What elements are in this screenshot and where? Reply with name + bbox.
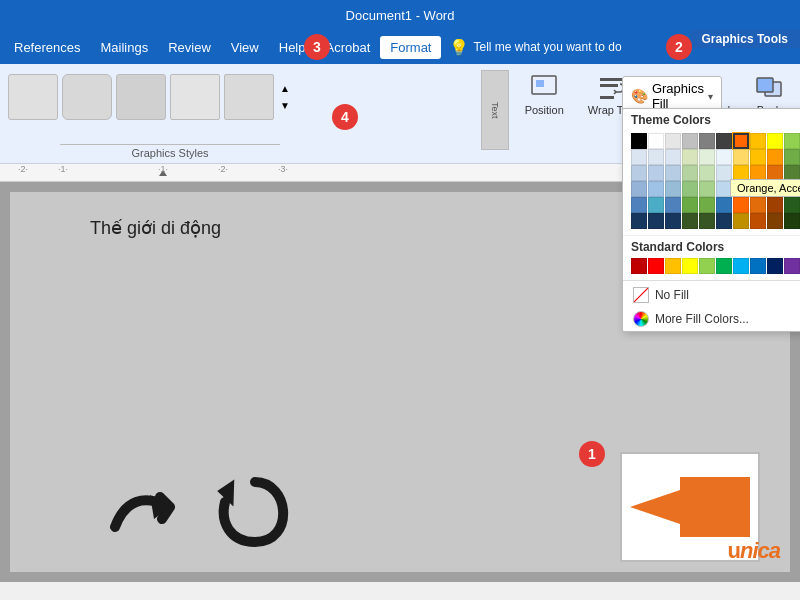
color-cell-3-3[interactable] — [682, 181, 698, 197]
theme-color-rows — [631, 133, 800, 229]
color-cell-0-2[interactable] — [665, 133, 681, 149]
color-cell-2-1[interactable] — [648, 165, 664, 181]
no-fill-option[interactable]: No Fill — [623, 283, 800, 307]
color-cell-4-0[interactable] — [631, 197, 647, 213]
svg-marker-13 — [630, 477, 750, 537]
color-cell-0-1[interactable] — [648, 133, 664, 149]
color-cell-3-9[interactable] — [784, 181, 800, 197]
color-cell-0-9[interactable] — [784, 133, 800, 149]
color-cell-1-3[interactable] — [682, 149, 698, 165]
svg-rect-3 — [600, 84, 618, 87]
scroll-up[interactable]: ▲ — [278, 81, 292, 96]
color-cell-0-8[interactable] — [767, 133, 783, 149]
style-box-2[interactable] — [62, 74, 112, 120]
color-cell-0-4[interactable] — [699, 133, 715, 149]
position-button[interactable]: Position — [517, 70, 572, 120]
color-cell-4-9[interactable] — [784, 197, 800, 213]
more-fill-colors-option[interactable]: More Fill Colors... — [623, 307, 800, 331]
color-cell-2-3[interactable] — [682, 165, 698, 181]
color-cell-2-5[interactable] — [716, 165, 732, 181]
color-cell-5-6[interactable] — [733, 213, 749, 229]
lightbulb-icon[interactable]: 💡 — [449, 38, 469, 57]
color-cell-0-6[interactable] — [733, 133, 749, 149]
color-cell-2-9[interactable] — [784, 165, 800, 181]
color-cell-4-1[interactable] — [648, 197, 664, 213]
standard-colors-row — [623, 256, 800, 278]
style-box-5[interactable] — [224, 74, 274, 120]
std-color-cell-9[interactable] — [784, 258, 800, 274]
color-cell-1-5[interactable] — [716, 149, 732, 165]
color-cell-5-7[interactable] — [750, 213, 766, 229]
style-box-3[interactable] — [116, 74, 166, 120]
color-cell-3-1[interactable] — [648, 181, 664, 197]
scroll-buttons: ▲ ▼ — [278, 81, 292, 113]
color-cell-5-3[interactable] — [682, 213, 698, 229]
color-cell-4-3[interactable] — [682, 197, 698, 213]
std-color-cell-5[interactable] — [716, 258, 732, 274]
color-cell-2-4[interactable] — [699, 165, 715, 181]
color-cell-1-4[interactable] — [699, 149, 715, 165]
color-cell-4-4[interactable] — [699, 197, 715, 213]
tab-format[interactable]: Format — [380, 36, 441, 59]
color-cell-0-0[interactable] — [631, 133, 647, 149]
black-arrow-cycle — [210, 472, 300, 552]
style-box-4[interactable] — [170, 74, 220, 120]
std-color-cell-7[interactable] — [750, 258, 766, 274]
color-cell-4-5[interactable] — [716, 197, 732, 213]
color-cell-2-7[interactable] — [750, 165, 766, 181]
color-cell-1-7[interactable] — [750, 149, 766, 165]
color-cell-2-8[interactable] — [767, 165, 783, 181]
color-cell-4-2[interactable] — [665, 197, 681, 213]
color-cell-2-2[interactable] — [665, 165, 681, 181]
std-color-cell-1[interactable] — [648, 258, 664, 274]
color-cell-5-9[interactable] — [784, 213, 800, 229]
color-cell-0-3[interactable] — [682, 133, 698, 149]
std-color-cell-0[interactable] — [631, 258, 647, 274]
color-cell-3-2[interactable] — [665, 181, 681, 197]
color-cell-2-6[interactable] — [733, 165, 749, 181]
std-color-cell-6[interactable] — [733, 258, 749, 274]
color-cell-5-4[interactable] — [699, 213, 715, 229]
color-cell-1-8[interactable] — [767, 149, 783, 165]
color-cell-3-6[interactable] — [733, 181, 749, 197]
color-cell-4-8[interactable] — [767, 197, 783, 213]
tab-references[interactable]: References — [4, 36, 90, 59]
theme-color-row-4 — [631, 197, 800, 213]
color-cell-5-0[interactable] — [631, 213, 647, 229]
style-box-1[interactable] — [8, 74, 58, 120]
tab-mailings[interactable]: Mailings — [90, 36, 158, 59]
color-cell-5-2[interactable] — [665, 213, 681, 229]
color-cell-3-0[interactable] — [631, 181, 647, 197]
color-cell-3-4[interactable] — [699, 181, 715, 197]
color-cell-5-8[interactable] — [767, 213, 783, 229]
color-cell-3-8[interactable] — [767, 181, 783, 197]
color-cell-0-5[interactable] — [716, 133, 732, 149]
std-color-cell-8[interactable] — [767, 258, 783, 274]
tell-me-text[interactable]: Tell me what you want to do — [473, 40, 621, 54]
color-cell-1-9[interactable] — [784, 149, 800, 165]
std-color-cell-4[interactable] — [699, 258, 715, 274]
color-cell-1-1[interactable] — [648, 149, 664, 165]
tab-review[interactable]: Review — [158, 36, 221, 59]
theme-color-row-0 — [631, 133, 800, 149]
color-cell-3-7[interactable] — [750, 181, 766, 197]
color-cell-4-6[interactable] — [733, 197, 749, 213]
std-color-cell-2[interactable] — [665, 258, 681, 274]
std-color-cell-3[interactable] — [682, 258, 698, 274]
color-cell-2-0[interactable] — [631, 165, 647, 181]
scroll-down[interactable]: ▼ — [278, 98, 292, 113]
color-cell-1-6[interactable] — [733, 149, 749, 165]
color-cell-4-7[interactable] — [750, 197, 766, 213]
color-cell-1-0[interactable] — [631, 149, 647, 165]
color-cell-0-7[interactable] — [750, 133, 766, 149]
theme-color-row-2 — [631, 165, 800, 181]
color-cell-1-2[interactable] — [665, 149, 681, 165]
tab-view[interactable]: View — [221, 36, 269, 59]
color-cell-5-5[interactable] — [716, 213, 732, 229]
position-icon — [529, 74, 559, 102]
color-cell-3-5[interactable] — [716, 181, 732, 197]
color-cell-5-1[interactable] — [648, 213, 664, 229]
step-4-badge: 4 — [332, 104, 358, 130]
svg-rect-1 — [536, 80, 544, 87]
theme-colors-label: Theme Colors — [623, 109, 800, 129]
